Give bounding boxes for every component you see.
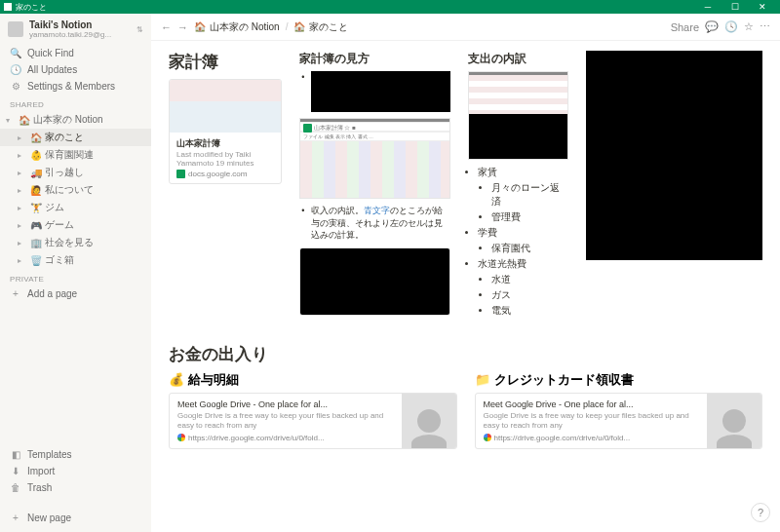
list-item: 家賃 [478, 166, 568, 179]
expense-list: 家賃 月々のローン返済 管理費 学費 保育園代 水道光熱費 水道 ガス [478, 166, 568, 318]
list-item: 保育園代 [491, 242, 568, 255]
redacted-image-large [586, 51, 762, 260]
section-private: PRIVATE [0, 269, 151, 285]
drive-card-credit[interactable]: Meet Google Drive - One place for al... … [475, 393, 763, 449]
nav-all-updates[interactable]: 🕓All Updates [0, 61, 151, 78]
plus-icon: + [10, 513, 21, 523]
drive-title: Meet Google Drive - One place for al... [177, 399, 394, 409]
person-icon [417, 409, 441, 433]
window-title: 家のこと [16, 2, 47, 13]
drive-url: https://drive.google.com/drive/u/0/fold.… [494, 434, 631, 442]
more-icon[interactable]: ⋯ [760, 20, 770, 33]
redacted-image [469, 114, 567, 159]
plus-icon: + [10, 288, 21, 299]
heading-salary: 💰給与明細 [169, 371, 457, 389]
sheet-preview-1[interactable]: 山本家計簿 ☆ ■ ファイル 編集 表示 挿入 書式 … [299, 118, 450, 199]
heading-kakeibo: 家計簿 [169, 51, 282, 73]
updates-icon[interactable]: 💬 [705, 20, 719, 33]
drive-desc: Google Drive is a free way to keep your … [484, 411, 700, 432]
chevron-expand-icon: ⇅ [136, 25, 143, 34]
tree-item-society[interactable]: ▸🏢社会を見る [0, 234, 151, 251]
page-content: 家計簿 山本家計簿 Last modified by Taiki Yamamot… [151, 41, 780, 532]
trash-icon: 🗑 [10, 482, 21, 493]
bullet-2: 収入の内訳。青文字のところが給与の実積、それより左のセルは見込みの計算。 [311, 205, 450, 242]
template-icon: ◧ [10, 449, 21, 460]
money-bag-icon: 💰 [169, 372, 184, 387]
tree-item-about-me[interactable]: ▸🙋私について [0, 181, 151, 199]
heading-money: お金の出入り [169, 343, 762, 365]
window-close[interactable]: ✕ [749, 2, 776, 12]
window-maximize[interactable]: ☐ [722, 2, 749, 12]
drive-thumb [707, 394, 761, 448]
heading-expense: 支出の内訳 [468, 51, 568, 67]
list-item: 電気 [491, 304, 568, 318]
google-icon [177, 434, 185, 441]
breadcrumb-current[interactable]: 🏠家のこと [293, 20, 348, 34]
tree-item-moving[interactable]: ▸🚚引っ越し [0, 164, 151, 181]
tree-root[interactable]: ▾🏠山本家の Notion [0, 111, 151, 129]
clock-icon: 🕓 [10, 64, 21, 75]
app-icon [4, 3, 12, 11]
nav-import[interactable]: ⬇Import [0, 463, 151, 479]
list-item: 管理費 [491, 210, 568, 224]
nav-templates[interactable]: ◧Templates [0, 446, 151, 463]
clock-icon[interactable]: 🕓 [724, 20, 738, 33]
person-icon [722, 409, 746, 433]
bookmark-source: docs.google.com [188, 170, 247, 178]
search-icon: 🔍 [10, 48, 21, 58]
list-item: ガス [491, 288, 568, 302]
redacted-image [300, 248, 449, 315]
nav-back[interactable]: ← [161, 21, 172, 33]
breadcrumb-separator: / [286, 21, 289, 32]
help-button[interactable]: ? [751, 503, 770, 522]
import-icon: ⬇ [10, 466, 21, 476]
caret-right-icon[interactable]: ▸ [18, 133, 27, 142]
breadcrumb-parent[interactable]: 🏠山本家の Notion [194, 20, 280, 34]
google-icon [484, 434, 491, 441]
tree-item-games[interactable]: ▸🎮ゲーム [0, 216, 151, 234]
nav-trash[interactable]: 🗑Trash [0, 479, 151, 496]
drive-desc: Google Drive is a free way to keep your … [177, 411, 394, 432]
workspace-switcher[interactable]: Taiki's Notion yamamoto.taiki.29@g... ⇅ [0, 14, 151, 45]
caret-down-icon[interactable]: ▾ [6, 116, 16, 125]
bookmark-sub: Last modified by Taiki Yamamoto 19 minut… [176, 150, 274, 168]
nav-quick-find[interactable]: 🔍Quick Find [0, 45, 151, 61]
sheet-preview-3[interactable] [468, 71, 568, 160]
window-titlebar: 家のこと ─ ☐ ✕ [0, 0, 780, 14]
gear-icon: ⚙ [10, 81, 21, 92]
tree-item-nursery[interactable]: ▸👶保育園関連 [0, 146, 151, 164]
topbar: ← → 🏠山本家の Notion / 🏠家のこと Share 💬 🕓 ☆ ⋯ [151, 14, 780, 41]
heading-howto: 家計簿の見方 [299, 51, 450, 67]
bullet-1 [311, 71, 450, 112]
star-icon[interactable]: ☆ [744, 20, 754, 33]
workspace-name: Taiki's Notion [29, 19, 131, 30]
drive-thumb [402, 394, 456, 448]
folder-icon: 📁 [475, 372, 490, 387]
tree-item-gym[interactable]: ▸🏋️ジム [0, 199, 151, 216]
link-text[interactable]: 青文字 [364, 206, 390, 215]
nav-settings[interactable]: ⚙Settings & Members [0, 78, 151, 95]
new-page[interactable]: +New page [0, 510, 151, 526]
tree-item-trash-page[interactable]: ▸🗑️ゴミ箱 [0, 251, 151, 269]
add-page[interactable]: +Add a page [0, 285, 151, 302]
drive-title: Meet Google Drive - One place for al... [484, 399, 700, 409]
nav-forward[interactable]: → [177, 21, 188, 33]
window-minimize[interactable]: ─ [694, 2, 722, 12]
bookmark-card-kakeibo[interactable]: 山本家計簿 Last modified by Taiki Yamamoto 19… [169, 79, 282, 184]
google-sheets-icon [176, 170, 185, 178]
sheet-preview-2[interactable] [299, 247, 450, 316]
tree-item-home[interactable]: ▸🏠家のこと [0, 129, 151, 146]
list-item: 水道光熱費 [478, 257, 568, 271]
drive-card-salary[interactable]: Meet Google Drive - One place for al... … [169, 393, 457, 449]
list-item: 学費 [478, 226, 568, 240]
workspace-email: yamamoto.taiki.29@g... [29, 30, 131, 39]
heading-credit: 📁クレジットカード領収書 [475, 371, 763, 389]
share-button[interactable]: Share [671, 21, 699, 33]
redacted-image [311, 71, 450, 112]
sidebar: Taiki's Notion yamamoto.taiki.29@g... ⇅ … [0, 14, 151, 532]
list-item: 水道 [491, 273, 568, 286]
bookmark-thumb [170, 80, 281, 133]
workspace-avatar [8, 21, 23, 37]
bookmark-title: 山本家計簿 [176, 137, 274, 150]
drive-url: https://drive.google.com/drive/u/0/fold.… [188, 434, 325, 442]
